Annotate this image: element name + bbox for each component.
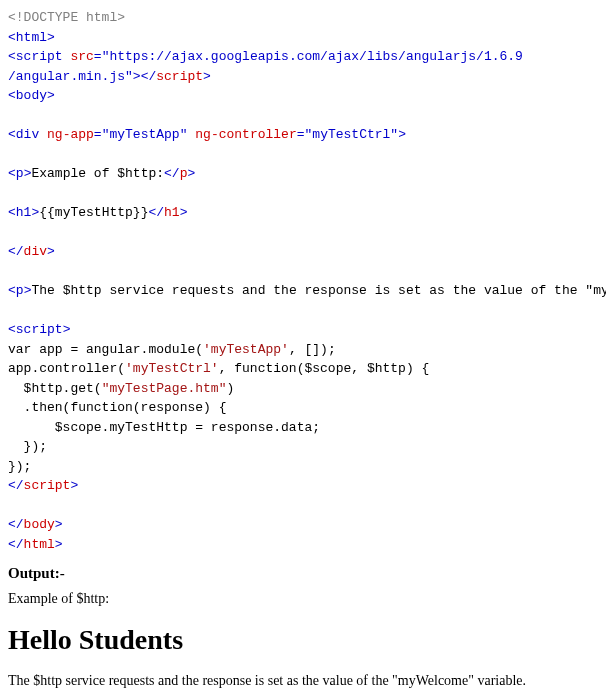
attr-name: src: [70, 49, 93, 64]
tag-text: <script>: [8, 322, 70, 337]
attr-val: "myTestApp": [102, 127, 188, 142]
js-line: ): [226, 381, 234, 396]
end-tag: div: [24, 244, 47, 259]
code-text: The $http service requests and the respo…: [31, 283, 606, 298]
tag-text: <script: [8, 49, 63, 64]
output-heading: Hello Students: [8, 622, 598, 658]
js-line: $http.get(: [8, 381, 102, 396]
attr-name: ng-controller: [195, 127, 296, 142]
js-line: .then(function(response) {: [8, 400, 226, 415]
tag-text: <html>: [8, 30, 55, 45]
end-tag: html: [24, 537, 55, 552]
output-paragraph: The $http service requests and the respo…: [8, 672, 598, 690]
tag-text: <p>: [8, 283, 31, 298]
tag-text: <div: [8, 127, 39, 142]
attr-name: ng-app: [47, 127, 94, 142]
js-line: , []);: [289, 342, 336, 357]
doctype-text: <!DOCTYPE html>: [8, 10, 125, 25]
js-line: });: [8, 439, 47, 454]
js-string: 'myTestApp': [203, 342, 289, 357]
js-string: "myTestPage.htm": [102, 381, 227, 396]
tag-text: <body>: [8, 88, 55, 103]
code-block: <!DOCTYPE html> <html> <script src="http…: [8, 8, 598, 554]
js-line: $scope.myTestHttp = response.data;: [8, 420, 320, 435]
js-line: , function($scope, $http) {: [219, 361, 430, 376]
tag-text: <h1>: [8, 205, 39, 220]
tag-text: <p>: [8, 166, 31, 181]
js-line: app.controller(: [8, 361, 125, 376]
code-text: {{myTestHttp}}: [39, 205, 148, 220]
js-string: 'myTestCtrl': [125, 361, 219, 376]
js-line: });: [8, 459, 31, 474]
output-label: Output:-: [8, 564, 598, 584]
output-block: Output:- Example of $http: Hello Student…: [8, 564, 598, 690]
end-tag: script: [24, 478, 71, 493]
attr-val: "https://ajax.googleapis.com/ajax/libs/a…: [102, 49, 523, 64]
code-text: Example of $http:: [31, 166, 164, 181]
attr-val: /angular.min.js": [8, 69, 133, 84]
end-tag: h1: [164, 205, 180, 220]
output-paragraph: Example of $http:: [8, 590, 598, 608]
js-line: var app = angular.module(: [8, 342, 203, 357]
end-tag: script: [156, 69, 203, 84]
end-tag: body: [24, 517, 55, 532]
attr-val: "myTestCtrl": [305, 127, 399, 142]
